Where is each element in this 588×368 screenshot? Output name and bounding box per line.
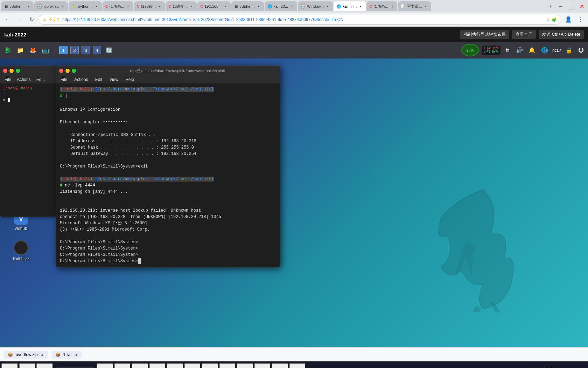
taskbar-app-2[interactable]: 💼: [184, 363, 201, 368]
tab-7[interactable]: C192.168...×: [197, 1, 231, 11]
terminal-close-button[interactable]: [59, 69, 63, 73]
tab-close-11[interactable]: ×: [358, 4, 363, 9]
terminal2-min-button[interactable]: [9, 69, 14, 73]
cad-button[interactable]: 发送 Ctrl+Alt+Delete: [539, 30, 584, 39]
tab-close-7[interactable]: ×: [223, 4, 228, 9]
taskbar-app-chrome[interactable]: 🌍: [149, 363, 166, 368]
tab-close-12[interactable]: ×: [390, 4, 394, 9]
tab-5[interactable]: C(176条...×: [134, 1, 165, 11]
monitor-icon[interactable]: 🖥: [503, 46, 512, 54]
terminal2-file-menu[interactable]: File: [3, 76, 13, 83]
divider: [55, 45, 55, 55]
taskbar-app-7[interactable]: 📕: [272, 363, 288, 368]
tab-3[interactable]: 🐍python...×: [69, 1, 102, 11]
tab-close-10[interactable]: ×: [325, 4, 330, 9]
minimize-button[interactable]: –: [556, 1, 566, 11]
help-menu[interactable]: Help: [124, 76, 135, 83]
keyboard-layout-button[interactable]: 强制执行界式键盘布局: [460, 30, 509, 39]
desktop-1-button[interactable]: 1: [59, 46, 68, 54]
fullscreen-button[interactable]: 查看全屏: [512, 30, 536, 39]
terminal2-close-button[interactable]: [3, 69, 7, 73]
terminal-content[interactable]: (root㉿ kali)-[/usr/share/metasploit-fram…: [56, 83, 280, 267]
user-profile-button[interactable]: 👤: [564, 15, 573, 25]
files-icon[interactable]: 📁: [15, 45, 25, 55]
desktop-4-button[interactable]: 4: [93, 46, 101, 54]
kali-dragon-icon[interactable]: 🐉: [3, 45, 13, 55]
tab-4[interactable]: C(176条...×: [103, 1, 133, 11]
terminal-max-button[interactable]: [72, 69, 76, 73]
terminal2-edit-menu[interactable]: Ed...: [35, 76, 47, 83]
tab-label-12: (176条...: [373, 4, 388, 9]
tab-close-2[interactable]: ×: [60, 4, 65, 9]
taskbar-app-5[interactable]: 📊: [237, 363, 253, 368]
download-2-chevron[interactable]: ▲: [75, 353, 78, 356]
desktop-2-button[interactable]: 2: [70, 46, 79, 54]
menu-button[interactable]: ⋮: [575, 15, 585, 25]
tab-13[interactable]: 📝写文章...×: [398, 1, 431, 11]
taskbar-search[interactable]: 🔍 搜索一下: [54, 367, 96, 368]
tab-11[interactable]: 🌐kali-lin...×: [334, 1, 366, 11]
start-button[interactable]: ⊞: [1, 363, 18, 368]
term-line-prompt: (root㉿ kali)-[/usr/share/metasploit-fram…: [60, 86, 276, 93]
tab-12[interactable]: C(176条...×: [366, 1, 397, 11]
back-button[interactable]: ←: [3, 15, 13, 25]
tab-close-6[interactable]: ×: [189, 4, 194, 9]
taskbar-app-6[interactable]: 🖼: [254, 363, 271, 368]
new-tab-button[interactable]: +: [545, 1, 555, 11]
address-bar[interactable]: ⚠ 不安全 https://192.168.20.200/ui/webconso…: [38, 15, 561, 25]
tab-close-9[interactable]: ×: [289, 4, 294, 9]
tab-close-8[interactable]: ×: [256, 4, 261, 9]
taskbar-app-8[interactable]: 🦋: [289, 363, 306, 368]
close-browser-button[interactable]: ✕: [577, 1, 587, 11]
lock-icon[interactable]: 🔒: [564, 46, 574, 54]
firefox-icon[interactable]: 🦊: [28, 45, 38, 55]
vm-refresh-icon[interactable]: 🔄: [104, 45, 114, 55]
taskbar-app-ie[interactable]: 🌐: [132, 363, 148, 368]
actions-menu[interactable]: Actions: [73, 76, 89, 83]
tab-8[interactable]: 🖥vSpher...×: [231, 1, 264, 11]
term-ms-windows: Microsoft Windows XP [•汾 5.1.2600]: [60, 220, 276, 226]
tab-10[interactable]: 🪟Window...×: [298, 1, 333, 11]
tab-9[interactable]: 🌐kali-20...×: [265, 1, 298, 11]
bookmark-icon[interactable]: ☆: [546, 17, 550, 22]
terminal2-actions-menu[interactable]: Actions: [15, 76, 32, 83]
edit-menu[interactable]: Edit: [94, 76, 104, 83]
tab-close-5[interactable]: ×: [157, 4, 162, 9]
tab-close-1[interactable]: ×: [26, 4, 31, 9]
volume-icon[interactable]: 🔊: [514, 46, 524, 54]
power-icon[interactable]: ⏻: [577, 46, 585, 54]
tab-close-13[interactable]: ×: [424, 4, 428, 9]
view-menu[interactable]: View: [108, 76, 120, 83]
forward-button[interactable]: →: [15, 15, 24, 25]
tab-close-4[interactable]: ×: [126, 4, 131, 9]
download-1-chevron[interactable]: ▲: [41, 353, 44, 356]
tab-6[interactable]: C16进制...×: [166, 1, 197, 11]
desktop-3-button[interactable]: 3: [82, 46, 90, 54]
notification-icon[interactable]: 🔔: [527, 46, 537, 54]
taskbar-app-1[interactable]: 🔲: [114, 363, 131, 368]
network-icon[interactable]: 🌐: [540, 46, 550, 54]
taskbar-clock[interactable]: 17:17 2022/11/7: [534, 367, 557, 368]
tab-2[interactable]: 🪟lgb-win...×: [34, 1, 68, 11]
refresh-button[interactable]: ↻: [27, 15, 36, 25]
terminal-icon[interactable]: 📺: [41, 45, 50, 55]
task-view-button[interactable]: 🗖: [19, 363, 36, 368]
file-menu[interactable]: File: [59, 76, 69, 83]
download-item-1[interactable]: 📦 overflow.zip ▲: [4, 351, 48, 359]
vm-top-right: 25% ↑ 14.5K/s ↓ 57.1K/s 🖥 🔊 🔔 🌐 4:17 🔒 ⏻: [461, 44, 585, 56]
tab-1[interactable]: 🖥vSpher...×: [1, 1, 34, 11]
taskbar-app-4[interactable]: 🎮: [219, 363, 236, 368]
terminal-min-button[interactable]: [65, 69, 70, 73]
taskbar-app-powerpoint[interactable]: 🅿: [97, 363, 113, 368]
taskbar-app-3[interactable]: ⚔: [202, 363, 218, 368]
kalilive-icon[interactable]: Kali Live: [7, 239, 35, 263]
extension-icon[interactable]: 🧩: [552, 17, 557, 22]
baidu-button[interactable]: 百: [36, 363, 53, 368]
address-right-icons: ☆ 🧩: [546, 17, 557, 22]
terminal2-max-button[interactable]: [16, 69, 20, 73]
maximize-button[interactable]: ⬜: [566, 1, 576, 11]
tab-favicon-7: C: [200, 4, 203, 8]
taskbar-app-folder[interactable]: 📁: [167, 363, 183, 368]
tab-close-3[interactable]: ×: [94, 4, 99, 9]
download-item-2[interactable]: 📦 1.rar ▲: [52, 351, 82, 359]
